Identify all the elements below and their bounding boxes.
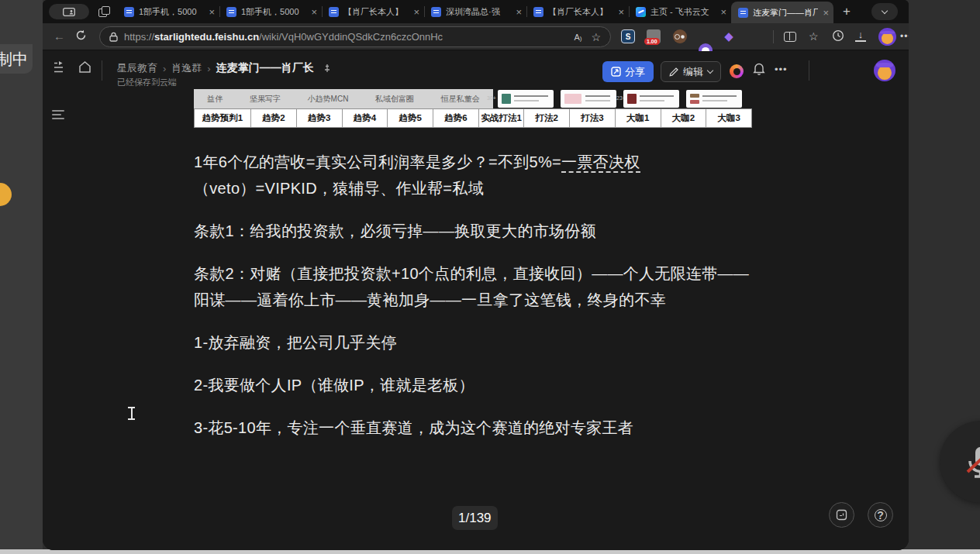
tab-1[interactable]: 1部手机，5000 × [117, 0, 219, 23]
extension-s-icon[interactable]: S [621, 29, 635, 43]
desktop-left-strip [0, 0, 43, 554]
pin-icon[interactable] [323, 64, 332, 73]
tab-7-active[interactable]: 连麦掌门——肖厂 × [731, 2, 833, 23]
embedded-sheet-image: 益伴 坚果写字 小趋势MCN 私域创富圈 恒星私董会 30+ 23+ 趋势预判1… [194, 89, 752, 128]
tab-3[interactable]: 【肖厂长本人】 × [322, 0, 424, 23]
doc-favicon [226, 7, 236, 17]
page-title: 连麦掌门——肖厂长 [216, 61, 314, 75]
back-icon[interactable]: ← [53, 30, 65, 43]
sheet-tab-row: 趋势预判1 趋势2 趋势3 趋势4 趋势5 趋势6 实战打法1 打法2 打法3 … [194, 108, 752, 128]
url-text: https://starlightedu.feishu.cn/wiki/VqH0… [124, 31, 568, 43]
strip-label: 益伴 [207, 94, 223, 105]
screen: { "window": { "recording_label": "制中" },… [0, 0, 980, 554]
new-tab-button[interactable]: + [837, 2, 857, 22]
tab-5[interactable]: 【肖厂长本人】 × [526, 0, 629, 23]
sheet-tab: 打法2 [524, 109, 570, 127]
doc-favicon [431, 7, 441, 17]
favorites-icon[interactable]: ☆ [809, 30, 819, 43]
tab-title: 深圳湾晶总·强 [446, 6, 511, 18]
extension-glasses-face-icon[interactable] [673, 29, 687, 43]
share-button[interactable]: 分享 [602, 61, 654, 82]
tab-title: 主页 - 飞书云文 [650, 6, 716, 18]
breadcrumb-item[interactable]: 星辰教育 [117, 61, 157, 75]
strip-label: 坚果写字 [250, 94, 281, 105]
breadcrumb: 星辰教育 › 肖逸群 › 连麦掌门——肖厂长 [117, 61, 332, 75]
outline-toggle-icon[interactable] [52, 110, 66, 121]
doc-favicon [738, 8, 748, 18]
sidebar-toggle-icon[interactable] [53, 61, 68, 77]
tab-4[interactable]: 深圳湾晶总·强 × [424, 0, 526, 23]
bell-icon[interactable] [753, 62, 765, 78]
tab-close-icon[interactable]: × [823, 8, 829, 18]
chat-thumbnails [498, 90, 752, 108]
user-avatar[interactable] [874, 60, 895, 81]
recording-indicator: 制中 [0, 44, 33, 74]
tab-2[interactable]: 1部手机，5000 × [219, 0, 322, 23]
share-icon [611, 67, 621, 77]
browser-toolbar: ← https://starlightedu.feishu.cn/wiki/Vq… [43, 23, 909, 50]
thumbnail-card [623, 90, 679, 108]
unread-count: 30+ [487, 95, 496, 101]
currency-badge: 1.00 [644, 38, 660, 45]
tab-title: 1部手机，5000 [241, 6, 306, 18]
bookmark-star-icon[interactable]: ☆ [591, 31, 601, 43]
tab-close-icon[interactable]: × [413, 7, 419, 17]
download-icon[interactable]: ↓ [855, 29, 866, 42]
breadcrumb-separator: › [207, 63, 210, 74]
mic-muted-icon [960, 441, 980, 481]
edit-label: 编辑 [683, 65, 703, 79]
refresh-icon[interactable] [75, 29, 87, 43]
share-label: 分享 [625, 65, 645, 79]
edit-button[interactable]: 编辑 [661, 61, 721, 82]
tab-close-icon[interactable]: × [516, 7, 522, 17]
breadcrumb-item[interactable]: 肖逸群 [171, 61, 202, 75]
tab-activity-button[interactable] [49, 4, 89, 19]
strip-label: 恒星私董会 [441, 94, 480, 105]
annotation-button[interactable] [829, 502, 854, 528]
tab-groups-icon[interactable] [98, 6, 109, 17]
text-cursor [127, 407, 136, 420]
tab-title: 连麦掌门——肖厂 [753, 7, 818, 19]
document-canvas[interactable]: 益伴 坚果写字 小趋势MCN 私域创富圈 恒星私董会 30+ 23+ 趋势预判1… [194, 89, 752, 441]
split-screen-icon[interactable] [784, 32, 796, 42]
tab-close-icon[interactable]: × [209, 7, 215, 17]
browser-menu-icon[interactable]: ••• [900, 30, 909, 43]
extension-gem-icon[interactable]: ◆ [722, 29, 736, 43]
history-icon[interactable] [832, 29, 844, 44]
tab-close-icon[interactable]: × [618, 7, 624, 17]
tab-close-icon[interactable]: × [720, 7, 726, 17]
help-button[interactable]: ? [868, 502, 893, 528]
sheet-top-strip: 益伴 坚果写字 小趋势MCN 私域创富圈 恒星私董会 [194, 89, 493, 108]
doc-favicon [329, 7, 339, 17]
record-status-icon[interactable] [730, 64, 744, 78]
tab-6[interactable]: 主页 - 飞书云文 × [629, 0, 731, 23]
paragraph-5: 2-我要做个人IP（谁做IP，谁就是老板） [194, 372, 752, 398]
tab-title: 【肖厂长本人】 [343, 6, 409, 18]
paragraph-6: 3-花5-10年，专注一个垂直赛道，成为这个赛道的绝对专家王者 [194, 415, 752, 441]
pencil-icon [669, 67, 678, 77]
sheet-tab: 趋势5 [388, 109, 433, 127]
tab-list-dropdown[interactable] [871, 3, 898, 20]
sheet-tab: 打法3 [570, 109, 616, 127]
extension-currency-icon[interactable]: 1.00 [647, 29, 661, 43]
paragraph-4: 1-放弃融资，把公司几乎关停 [194, 329, 752, 356]
breadcrumb-separator: › [163, 63, 166, 74]
sheet-tab: 大咖2 [661, 109, 707, 127]
home-icon[interactable] [78, 60, 91, 77]
mic-muted-overlay[interactable] [940, 421, 980, 503]
strip-label: 小趋势MCN [308, 94, 349, 105]
browser-window: 1部手机，5000 × 1部手机，5000 × 【肖厂长本人】 × 深圳湾晶总·… [43, 0, 909, 550]
thumbnail-card [561, 90, 616, 108]
save-status: 已经保存到云端 [117, 77, 177, 88]
read-aloud-icon[interactable]: A) [574, 33, 581, 42]
browser-profile-avatar[interactable] [878, 28, 896, 46]
sheet-tab: 趋势6 [433, 109, 479, 127]
chevron-down-icon [707, 67, 713, 74]
doc-more-icon[interactable]: ••• [775, 64, 788, 75]
tab-strip: 1部手机，5000 × 1部手机，5000 × 【肖厂长本人】 × 深圳湾晶总·… [43, 0, 909, 23]
toolbar-divider [773, 30, 774, 43]
address-bar[interactable]: https://starlightedu.feishu.cn/wiki/VqH0… [99, 26, 611, 47]
tab-close-icon[interactable]: × [311, 7, 317, 17]
sheet-tab: 趋势4 [343, 109, 388, 127]
sheet-tab: 大咖1 [616, 109, 661, 127]
